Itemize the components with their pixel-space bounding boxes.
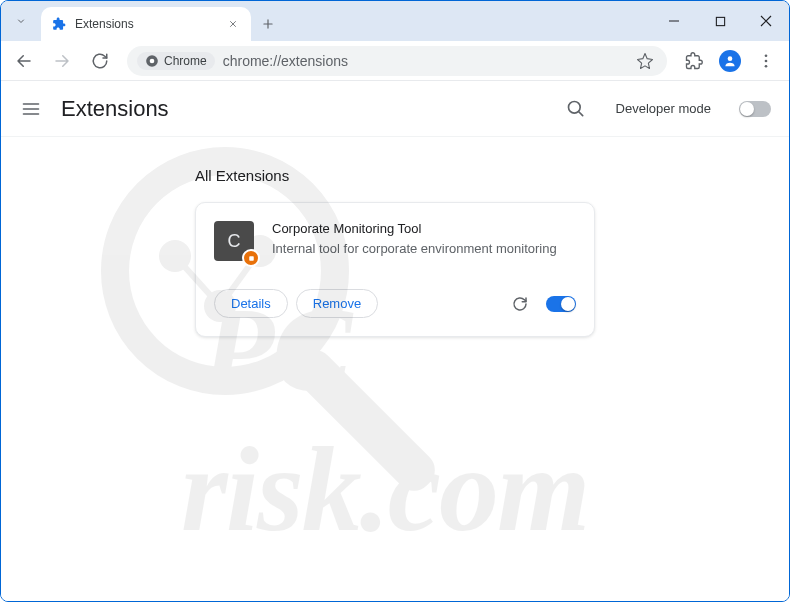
svg-point-4 bbox=[765, 54, 768, 57]
section-title: All Extensions bbox=[195, 167, 595, 184]
warning-icon bbox=[247, 254, 256, 263]
reload-extension-button[interactable] bbox=[510, 294, 530, 314]
extensions-section: All Extensions C Corporate Monitoring To… bbox=[195, 167, 595, 601]
extension-error-badge bbox=[242, 249, 260, 267]
browser-tab[interactable]: Extensions bbox=[41, 7, 251, 41]
window-controls bbox=[651, 1, 789, 41]
forward-button[interactable] bbox=[45, 44, 79, 78]
url-text: chrome://extensions bbox=[223, 53, 625, 69]
browser-window: Extensions bbox=[0, 0, 790, 602]
svg-point-5 bbox=[765, 59, 768, 62]
maximize-button[interactable] bbox=[697, 1, 743, 41]
page-body: All Extensions C Corporate Monitoring To… bbox=[1, 137, 789, 601]
close-icon bbox=[228, 19, 238, 29]
site-chip[interactable]: Chrome bbox=[137, 52, 215, 70]
maximize-icon bbox=[715, 16, 726, 27]
reload-button[interactable] bbox=[83, 44, 117, 78]
svg-point-2 bbox=[150, 58, 155, 63]
profile-button[interactable] bbox=[715, 46, 745, 76]
svg-point-3 bbox=[728, 56, 733, 61]
extension-puzzle-icon bbox=[51, 16, 67, 32]
page-content: PC risk.com Extensions Developer mode Al… bbox=[1, 81, 789, 601]
arrow-left-icon bbox=[15, 52, 33, 70]
extension-description: Internal tool for corporate environment … bbox=[272, 240, 576, 258]
page-title: Extensions bbox=[61, 96, 546, 122]
chrome-logo-icon bbox=[145, 54, 159, 68]
dev-mode-label: Developer mode bbox=[616, 101, 711, 116]
tab-close-button[interactable] bbox=[225, 16, 241, 32]
svg-rect-13 bbox=[249, 256, 254, 261]
svg-point-6 bbox=[765, 64, 768, 67]
toolbar: Chrome chrome://extensions bbox=[1, 41, 789, 81]
search-button[interactable] bbox=[564, 97, 588, 121]
search-icon bbox=[566, 99, 586, 119]
plus-icon bbox=[261, 17, 275, 31]
reload-icon bbox=[91, 52, 109, 70]
puzzle-icon bbox=[685, 52, 703, 70]
new-tab-button[interactable] bbox=[251, 7, 285, 41]
svg-rect-0 bbox=[716, 17, 724, 25]
arrow-right-icon bbox=[53, 52, 71, 70]
more-menu-button[interactable] bbox=[749, 44, 783, 78]
extension-info: Corporate Monitoring Tool Internal tool … bbox=[272, 221, 576, 261]
dev-mode-toggle[interactable] bbox=[739, 101, 771, 117]
close-window-button[interactable] bbox=[743, 1, 789, 41]
extension-icon-wrap: C bbox=[214, 221, 254, 261]
remove-button[interactable]: Remove bbox=[296, 289, 378, 318]
extension-enable-toggle[interactable] bbox=[546, 296, 576, 312]
extension-name: Corporate Monitoring Tool bbox=[272, 221, 576, 236]
extension-actions: Details Remove bbox=[214, 289, 576, 318]
star-icon bbox=[636, 52, 654, 70]
tab-title: Extensions bbox=[75, 17, 217, 31]
avatar-icon bbox=[719, 50, 741, 72]
menu-button[interactable] bbox=[19, 97, 43, 121]
address-bar[interactable]: Chrome chrome://extensions bbox=[127, 46, 667, 76]
reload-icon bbox=[511, 295, 529, 313]
extension-summary: C Corporate Monitoring Tool Internal too… bbox=[214, 221, 576, 261]
minimize-icon bbox=[668, 15, 680, 27]
page-header: Extensions Developer mode bbox=[1, 81, 789, 137]
close-icon bbox=[760, 15, 772, 27]
extension-card: C Corporate Monitoring Tool Internal too… bbox=[195, 202, 595, 337]
minimize-button[interactable] bbox=[651, 1, 697, 41]
details-button[interactable]: Details bbox=[214, 289, 288, 318]
chevron-down-icon bbox=[15, 15, 27, 27]
titlebar-drag-region[interactable] bbox=[285, 1, 651, 41]
extensions-button[interactable] bbox=[677, 44, 711, 78]
hamburger-icon bbox=[21, 99, 41, 119]
dots-vertical-icon bbox=[757, 52, 775, 70]
titlebar: Extensions bbox=[1, 1, 789, 41]
tab-search-dropdown[interactable] bbox=[1, 1, 41, 41]
bookmark-button[interactable] bbox=[633, 49, 657, 73]
site-chip-label: Chrome bbox=[164, 54, 207, 68]
back-button[interactable] bbox=[7, 44, 41, 78]
